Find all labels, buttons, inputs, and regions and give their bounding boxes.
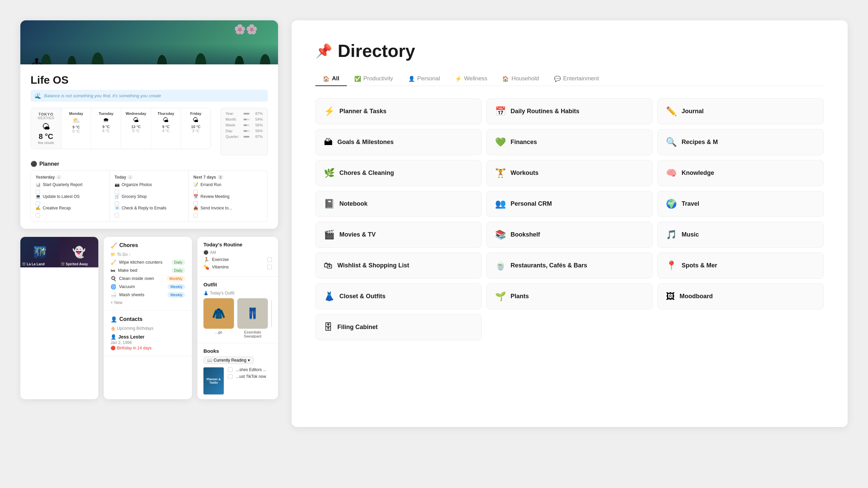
daily-routines-icon: 📅 (495, 106, 506, 117)
dir-card-closet[interactable]: 👗 Closet & Outfits (315, 283, 482, 309)
tab-productivity[interactable]: ✅ Productivity (347, 72, 401, 86)
dir-card-label: Journal (682, 108, 704, 115)
weather-current-icon: 🌤 (42, 122, 50, 131)
goals-icon: 🏔 (324, 137, 333, 147)
task-checkbox[interactable] (36, 190, 40, 194)
task-checkbox[interactable] (115, 190, 119, 194)
dir-card-movies-tv[interactable]: 🎬 Movies & TV (315, 222, 482, 248)
routine-item-vitamins: 💊 Vitamins (203, 264, 272, 270)
dir-card-daily-routines[interactable]: 📅 Daily Routines & Habits (487, 98, 653, 124)
forecast-icon: 🌤 (193, 117, 199, 124)
task-checkbox[interactable] (193, 213, 198, 218)
dir-card-wishlist[interactable]: 🛍 Wishlist & Shopping List (315, 252, 482, 279)
outfit-item-jacket[interactable]: 🧥 ...go (203, 298, 234, 338)
life-os-title: Life OS (31, 74, 268, 86)
task-item: ✍️ Creative Recap (36, 206, 105, 211)
task-checkbox[interactable] (115, 213, 119, 218)
task-text: Creative Recap (43, 206, 71, 211)
reading-checkbox-2[interactable] (228, 374, 233, 379)
book-icon: 📖 (207, 358, 212, 363)
exercise-checkbox[interactable] (267, 257, 272, 262)
directory-panel: 📌 Directory 🏠 All ✅ Productivity 👤 Perso… (292, 20, 848, 427)
wishlist-icon: 🛍 (324, 260, 333, 271)
hero-trees-decoration (20, 37, 278, 64)
task-checkbox[interactable] (115, 201, 119, 206)
tab-wellness[interactable]: ⚡ Wellness (448, 72, 495, 86)
dir-card-knowledge[interactable]: 🧠 Knowledge (657, 160, 824, 186)
dir-card-planner-tasks[interactable]: ⚡ Planner & Tasks (315, 98, 482, 124)
dir-card-spots[interactable]: 📍 Spots & Mer (657, 252, 824, 279)
chore-badge: Daily (172, 260, 185, 265)
task-item: 💻 Update to Latest OS (36, 194, 105, 200)
chore-badge: Monthly (166, 276, 185, 281)
add-new-chore-button[interactable]: + New (111, 300, 185, 305)
movies-panel: 🌃 🎬 La La Land 👻 🎬 Spirit (20, 237, 98, 399)
outfit-item-sweatpant[interactable]: 👖 Essentials Sweatpant (237, 298, 268, 338)
progress-label: Day: (225, 129, 241, 133)
dir-card-music[interactable]: 🎵 Music (657, 222, 824, 248)
dir-card-label: Knowledge (682, 169, 714, 177)
task-icon: 📧 (115, 206, 120, 210)
forecast-temps: 10 °C 3 °C (191, 125, 201, 133)
dir-card-notebook[interactable]: 📓 Notebook (315, 191, 482, 217)
task-icon: 📊 (36, 182, 41, 187)
movie-thumb-laland[interactable]: 🌃 🎬 La La Land (20, 237, 59, 267)
chore-item-5: 🛁 Wash sheets Weekly (111, 292, 185, 298)
task-item: 📧 Check & Reply to Emails (115, 206, 184, 211)
directory-icon: 📌 (315, 43, 332, 59)
directory-header: 📌 Directory (315, 41, 824, 61)
tab-entertainment[interactable]: 💬 Entertainment (547, 72, 607, 86)
notebook-icon: 📓 (324, 199, 335, 209)
task-checkbox[interactable] (193, 190, 198, 194)
routine-title: Today's Routine (203, 242, 272, 247)
task-text: Organize Photos (122, 182, 152, 188)
progress-label: Week: (225, 123, 241, 127)
reading-list: ...shes Editors ... ...ust TikTok now (228, 367, 266, 381)
forecast-day-name: Wednesday (126, 111, 146, 116)
tab-all-icon: 🏠 (323, 76, 330, 82)
task-text: Update to Latest OS (43, 194, 80, 200)
books-filter-button[interactable]: 📖 Currently Reading ▾ (203, 357, 254, 364)
dir-card-workouts[interactable]: 🏋️ Workouts (487, 160, 653, 186)
forecast-icon: ⛅ (73, 117, 80, 124)
dir-card-travel[interactable]: 🌍 Travel (657, 191, 824, 217)
dir-card-label: Recipes & M (682, 139, 718, 146)
task-checkbox[interactable] (36, 213, 40, 218)
contacts-icon: 👤 (111, 316, 117, 323)
dir-card-label: Movies & TV (339, 231, 376, 238)
dir-card-plants[interactable]: 🌱 Plants (487, 283, 653, 309)
tab-household[interactable]: 🏠 Household (495, 72, 546, 86)
dir-card-journal[interactable]: ✏️ Journal (657, 98, 824, 124)
forecast-tuesday: Tuesday 🌧 9 °C 6 °C (91, 108, 121, 149)
dir-card-recipes[interactable]: 🔍 Recipes & M (657, 129, 824, 155)
progress-week: Week: 56% (225, 123, 263, 127)
forecast-icon: 🌤 (133, 117, 139, 124)
dir-card-personal-crm[interactable]: 👥 Personal CRM (487, 191, 653, 217)
quote-icon: 🌊 (35, 93, 41, 99)
tab-personal[interactable]: 👤 Personal (401, 72, 448, 86)
closet-icon: 👗 (324, 291, 335, 302)
dir-card-goals[interactable]: 🏔 Goals & Milestones (315, 129, 482, 155)
task-checkbox[interactable] (36, 201, 40, 206)
vitamins-checkbox[interactable] (267, 265, 272, 269)
dir-card-label: Music (682, 231, 699, 238)
tab-all[interactable]: 🏠 All (315, 72, 347, 86)
book-thumb-atomic-habits[interactable]: Planner & Tasks (203, 367, 224, 394)
outfit-socks-thumb: 🧦 (271, 298, 272, 329)
planner-section: ⚫ Planner Yesterday › 📊 Start (31, 161, 268, 222)
task-checkbox[interactable] (193, 201, 198, 206)
dir-card-restaurants[interactable]: 🍵 Restaurants, Cafés & Bars (487, 252, 653, 279)
dir-card-bookshelf[interactable]: 📚 Bookshelf (487, 222, 653, 248)
progress-section: Year: 87% Month: 54% Week: 56% (220, 108, 268, 155)
chore-badge: Daily (172, 268, 185, 273)
reading-text: ...shes Editors ... (236, 367, 266, 372)
dir-card-moodboard[interactable]: 🖼 Moodboard (657, 283, 824, 309)
dir-card-finances[interactable]: 💚 Finances (487, 129, 653, 155)
outfit-item-socks[interactable]: 🧦 Cream Ribbed Socks (271, 298, 272, 338)
reading-checkbox-1[interactable] (228, 367, 233, 372)
movie-label-icon: 🎬 (22, 262, 26, 266)
planner-col-yesterday: Yesterday › 📊 Start Quarterly Report 💻 U… (31, 171, 110, 222)
dir-card-filing-cabinet[interactable]: 🗄 Filing Cabinet (315, 314, 482, 340)
dir-card-chores[interactable]: 🌿 Chores & Cleaning (315, 160, 482, 186)
movie-thumb-spirited[interactable]: 👻 🎬 Spirited Away (59, 237, 98, 267)
